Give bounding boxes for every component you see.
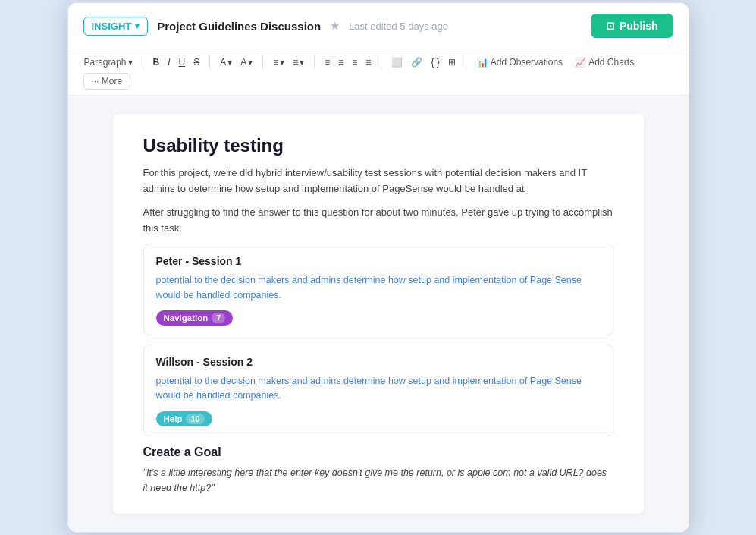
goal-title: Create a Goal — [143, 445, 613, 459]
formatting-toolbar: Paragraph ▾ B I U S A ▾ A ▾ ≡ ▾ — [68, 49, 689, 96]
last-edited-meta: Last edited 5 days ago — [349, 20, 448, 32]
strikethrough-button[interactable]: S — [190, 55, 203, 70]
highlight-button[interactable]: A ▾ — [237, 55, 256, 70]
session-1-tag-label: Navigation — [164, 313, 209, 323]
doc-para-1: For this project, we're did hybrid inter… — [143, 165, 613, 197]
session-2-tag-label: Help — [164, 414, 183, 423]
publish-label: Publish — [620, 20, 658, 32]
publish-button[interactable]: ⊡ Publish — [591, 14, 673, 38]
add-charts-label: Add Charts — [588, 57, 634, 68]
doc-para-2: After struggling to find the answer to t… — [143, 205, 613, 237]
align-group: ≡ ≡ ≡ ≡ — [321, 55, 375, 70]
session-1-tag-count: 7 — [212, 313, 225, 323]
goal-section: Create a Goal "It's a little interesting… — [143, 445, 613, 496]
text-format-group: B I U S — [149, 55, 204, 70]
session-1-text: potential to the decision makers and adm… — [156, 273, 601, 303]
separator-3 — [262, 55, 263, 69]
chevron-down-icon: ▾ — [135, 21, 140, 31]
list-button-1[interactable]: ≡ ▾ — [269, 55, 288, 70]
goal-quote: "It's a little interesting here that the… — [143, 465, 613, 496]
document-body: Usability testing For this project, we'r… — [113, 114, 644, 514]
link-button[interactable]: 🔗 — [407, 55, 426, 70]
add-charts-button[interactable]: 📈 Add Charts — [570, 55, 638, 70]
font-color-button[interactable]: A ▾ — [216, 55, 236, 70]
paragraph-label: Paragraph — [84, 57, 127, 68]
session-1-tag[interactable]: Navigation 7 — [156, 310, 234, 326]
session-1-title: Peter - Session 1 — [156, 255, 601, 267]
separator-1 — [143, 55, 143, 69]
color-group: A ▾ A ▾ — [216, 55, 256, 70]
publish-icon: ⊡ — [606, 20, 615, 32]
image-button[interactable]: ⬜ — [387, 55, 406, 70]
more-label: ··· More — [92, 76, 123, 87]
add-observations-button[interactable]: 📊 Add Observations — [472, 55, 567, 70]
charts-icon: 📈 — [575, 57, 586, 68]
separator-5 — [381, 55, 381, 69]
align-right-button[interactable]: ≡ — [348, 55, 361, 70]
italic-button[interactable]: I — [164, 55, 174, 70]
separator-6 — [466, 55, 466, 69]
more-button[interactable]: ··· More — [83, 73, 131, 90]
align-left-button[interactable]: ≡ — [321, 55, 334, 70]
insert-group: ⬜ 🔗 { } ⊞ — [387, 55, 459, 70]
separator-2 — [209, 55, 210, 69]
session-2-tag[interactable]: Help 10 — [156, 411, 212, 426]
separator-4 — [314, 55, 315, 69]
document-title: Project Guidelines Discussion — [157, 20, 321, 33]
bold-button[interactable]: B — [149, 55, 164, 70]
code-button[interactable]: { } — [427, 55, 443, 70]
session-card-2: Willson - Session 2 potential to the dec… — [143, 345, 613, 436]
doc-heading: Usability testing — [143, 135, 613, 156]
align-center-button[interactable]: ≡ — [334, 55, 347, 70]
header: INSIGHT ▾ Project Guidelines Discussion … — [68, 3, 689, 49]
session-2-tag-count: 10 — [186, 414, 204, 424]
paragraph-group: Paragraph ▾ — [80, 55, 136, 70]
content-area: Usability testing For this project, we'r… — [68, 96, 689, 532]
add-observations-label: Add Observations — [491, 57, 563, 68]
list-group: ≡ ▾ ≡ ▾ — [269, 55, 308, 70]
session-2-title: Willson - Session 2 — [156, 356, 601, 368]
session-2-text: potential to the decision makers and adm… — [156, 374, 601, 404]
table-button[interactable]: ⊞ — [444, 55, 460, 70]
observations-icon: 📊 — [477, 57, 488, 68]
insight-badge[interactable]: INSIGHT ▾ — [83, 17, 149, 36]
underline-button[interactable]: U — [175, 55, 190, 70]
list-button-2[interactable]: ≡ ▾ — [289, 55, 308, 70]
paragraph-dropdown[interactable]: Paragraph ▾ — [80, 55, 136, 70]
align-justify-button[interactable]: ≡ — [362, 55, 375, 70]
session-card-1: Peter - Session 1 potential to the decis… — [143, 244, 613, 335]
star-icon[interactable]: ★ — [330, 19, 340, 33]
app-window: INSIGHT ▾ Project Guidelines Discussion … — [67, 2, 689, 533]
paragraph-chevron: ▾ — [128, 57, 133, 68]
insight-label: INSIGHT — [92, 20, 132, 32]
